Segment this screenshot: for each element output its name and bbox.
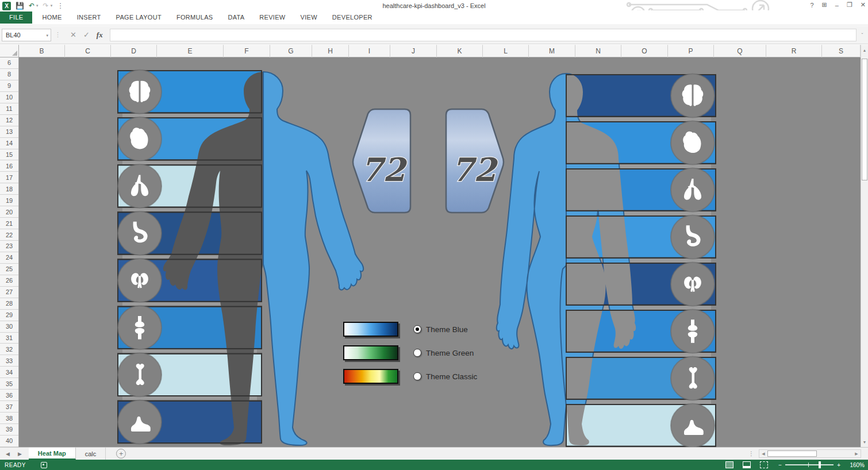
theme-radio[interactable] (413, 349, 421, 357)
ribbon-options-icon[interactable]: ⊞ (822, 1, 827, 9)
column-header-H[interactable]: H (312, 45, 349, 57)
column-header-G[interactable]: G (270, 45, 312, 57)
macro-record-icon[interactable] (41, 462, 47, 468)
normal-view-icon[interactable] (725, 461, 733, 468)
row-header-29[interactable]: 29 (0, 310, 18, 321)
close-icon[interactable]: ✕ (861, 1, 866, 9)
new-sheet-icon[interactable]: + (116, 449, 126, 459)
restore-icon[interactable]: ❐ (847, 1, 852, 9)
scroll-right-icon[interactable]: ▶ (852, 452, 861, 456)
formula-input[interactable] (110, 29, 857, 41)
column-header-E[interactable]: E (157, 45, 224, 57)
column-header-D[interactable]: D (111, 45, 157, 57)
horizontal-scroll-thumb[interactable] (767, 450, 817, 457)
row-header-33[interactable]: 33 (0, 355, 18, 367)
row-header-26[interactable]: 26 (0, 275, 18, 287)
vertical-scrollbar[interactable]: ▲ ▼ (861, 45, 868, 447)
ribbon-tab-insert[interactable]: INSERT (70, 11, 109, 24)
row-header-14[interactable]: 14 (0, 138, 18, 149)
row-header-32[interactable]: 32 (0, 344, 18, 355)
sheet-tab-heat-map[interactable]: Heat Map (29, 448, 76, 460)
row-header-18[interactable]: 18 (0, 183, 18, 195)
chevron-down-icon[interactable]: ▾ (46, 33, 48, 38)
zoom-slider[interactable] (785, 464, 834, 465)
tabbar-splitter[interactable]: ⋮ (748, 448, 754, 460)
enter-icon[interactable]: ✓ (83, 30, 90, 39)
theme-label[interactable]: Theme Classic (426, 372, 477, 381)
page-break-view-icon[interactable] (760, 461, 768, 468)
column-header-N[interactable]: N (575, 45, 621, 57)
scroll-left-icon[interactable]: ◀ (759, 452, 767, 456)
row-header-16[interactable]: 16 (0, 160, 18, 172)
row-header-39[interactable]: 39 (0, 424, 18, 436)
row-header-28[interactable]: 28 (0, 298, 18, 310)
help-icon[interactable]: ? (810, 2, 813, 9)
ribbon-tab-file[interactable]: FILE (0, 11, 32, 24)
row-header-34[interactable]: 34 (0, 367, 18, 378)
select-all-corner[interactable] (0, 45, 19, 57)
column-header-L[interactable]: L (483, 45, 529, 57)
horizontal-scrollbar[interactable]: ◀ ▶ (759, 449, 861, 458)
row-header-6[interactable]: 6 (0, 57, 18, 69)
minimize-icon[interactable]: – (835, 2, 839, 9)
row-header-19[interactable]: 19 (0, 195, 18, 206)
row-header-30[interactable]: 30 (0, 321, 18, 333)
row-header-36[interactable]: 36 (0, 390, 18, 401)
column-header-J[interactable]: J (390, 45, 437, 57)
row-header-9[interactable]: 9 (0, 80, 18, 92)
zoom-in-icon[interactable]: + (837, 462, 840, 468)
insert-function-icon[interactable]: fx (97, 30, 103, 40)
column-header-O[interactable]: O (621, 45, 668, 57)
row-header-31[interactable]: 31 (0, 333, 18, 344)
row-header-35[interactable]: 35 (0, 378, 18, 390)
sheet-nav-left-icon[interactable]: ◀ (6, 451, 10, 457)
row-header-24[interactable]: 24 (0, 252, 18, 264)
row-header-10[interactable]: 10 (0, 92, 18, 103)
column-header-P[interactable]: P (668, 45, 714, 57)
ribbon-tab-data[interactable]: DATA (220, 11, 252, 24)
row-header-17[interactable]: 17 (0, 172, 18, 183)
row-header-8[interactable]: 8 (0, 69, 18, 80)
row-header-13[interactable]: 13 (0, 126, 18, 138)
row-header-22[interactable]: 22 (0, 229, 18, 241)
column-header-I[interactable]: I (349, 45, 390, 57)
scroll-up-icon[interactable]: ▲ (861, 45, 868, 55)
row-header-23[interactable]: 23 (0, 241, 18, 252)
row-header-21[interactable]: 21 (0, 218, 18, 229)
row-header-15[interactable]: 15 (0, 149, 18, 161)
cancel-icon[interactable]: ✕ (70, 30, 76, 39)
row-header-27[interactable]: 27 (0, 287, 18, 298)
theme-radio[interactable] (413, 325, 421, 333)
row-header-37[interactable]: 37 (0, 401, 18, 413)
scroll-down-icon[interactable]: ▼ (861, 437, 868, 447)
ribbon-tab-page-layout[interactable]: PAGE LAYOUT (109, 11, 169, 24)
name-box[interactable]: BL40 ▾ (2, 29, 51, 41)
row-header-25[interactable]: 25 (0, 264, 18, 275)
sheet-nav-right-icon[interactable]: ▶ (18, 451, 22, 457)
formula-bar-expand-icon[interactable]: ˇ (857, 32, 868, 38)
ribbon-tab-home[interactable]: HOME (34, 11, 69, 24)
column-header-R[interactable]: R (766, 45, 822, 57)
ribbon-tab-formulas[interactable]: FORMULAS (169, 11, 221, 24)
column-header-C[interactable]: C (65, 45, 111, 57)
column-header-K[interactable]: K (437, 45, 483, 57)
row-header-12[interactable]: 12 (0, 115, 18, 126)
name-box-splitter[interactable]: ⋮ (55, 31, 61, 38)
page-layout-view-icon[interactable] (743, 461, 751, 468)
theme-label[interactable]: Theme Blue (426, 325, 468, 334)
theme-radio[interactable] (413, 372, 421, 380)
sheet-tab-calc[interactable]: calc (76, 448, 106, 460)
row-header-40[interactable]: 40 (0, 436, 18, 447)
column-header-B[interactable]: B (19, 45, 65, 57)
row-header-20[interactable]: 20 (0, 206, 18, 218)
column-header-M[interactable]: M (529, 45, 575, 57)
zoom-out-icon[interactable]: − (778, 462, 782, 468)
ribbon-tab-developer[interactable]: DEVELOPER (325, 11, 380, 24)
vertical-scroll-thumb[interactable] (862, 59, 867, 180)
column-header-Q[interactable]: Q (714, 45, 766, 57)
column-header-F[interactable]: F (224, 45, 270, 57)
zoom-percentage[interactable]: 160% (845, 462, 865, 468)
ribbon-tab-review[interactable]: REVIEW (252, 11, 293, 24)
row-header-11[interactable]: 11 (0, 103, 18, 115)
ribbon-tab-view[interactable]: VIEW (293, 11, 325, 24)
